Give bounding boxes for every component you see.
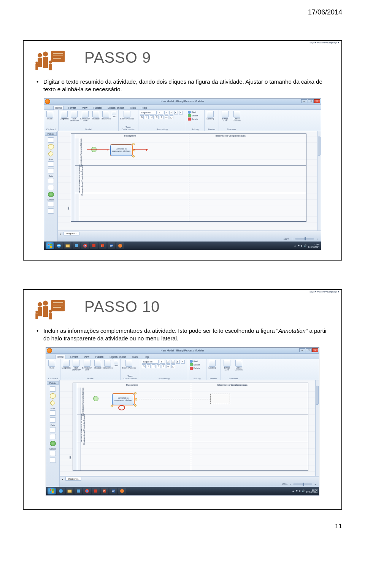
- palette-group-icon[interactable]: [50, 458, 56, 463]
- find-button[interactable]: Find: [190, 360, 205, 363]
- bold-button[interactable]: B: [142, 364, 146, 368]
- app-orb-icon[interactable]: [45, 99, 50, 104]
- palette-gateway-icon[interactable]: [50, 400, 56, 406]
- diagrams-button[interactable]: Diagrams: [62, 360, 70, 369]
- taskbar-acrobat-icon[interactable]: [92, 488, 100, 494]
- taskbar-acrobat-icon[interactable]: [90, 242, 98, 249]
- maximize-button[interactable]: □: [308, 99, 314, 103]
- taskbar-word-icon[interactable]: W: [108, 242, 115, 249]
- font-color-button[interactable]: A: [164, 111, 168, 114]
- simulation-button[interactable]: Simulation View: [80, 111, 90, 122]
- lane-3[interactable]: PRE: [77, 442, 308, 470]
- task-box[interactable]: Consultar as promotorias criminais: [110, 145, 132, 156]
- diagram-tab[interactable]: Diagram 1: [63, 232, 79, 235]
- font-size-select[interactable]: 8: [158, 111, 163, 114]
- font-grow-button[interactable]: Aˆ: [181, 360, 185, 364]
- border-button[interactable]: ▢: [171, 364, 175, 368]
- paste-button[interactable]: Paste: [46, 111, 54, 120]
- font-color2-button[interactable]: A: [169, 111, 173, 114]
- taskbar-app-icon[interactable]: [75, 488, 82, 494]
- taskbar-ie-icon[interactable]: [57, 488, 65, 494]
- lane-2[interactable]: Coordenação das Promotorias Criminais: [77, 415, 308, 442]
- delete-button[interactable]: Delete: [190, 367, 205, 370]
- lane-1[interactable]: Secretaria das Promotorias Criminais Con…: [75, 138, 306, 166]
- font-select[interactable]: Segoe UI: [142, 360, 159, 364]
- fill-button[interactable]: ▭: [165, 115, 168, 119]
- pool-title[interactable]: Pedido de Material de Expediente: [71, 134, 75, 221]
- halo-dot[interactable]: [134, 404, 136, 407]
- taskbar-chrome-icon[interactable]: [81, 242, 89, 249]
- palette-group-icon[interactable]: [48, 208, 54, 214]
- taskbar-word-icon[interactable]: W: [110, 488, 117, 494]
- tab-help[interactable]: Help: [140, 106, 148, 110]
- tab-tools[interactable]: Tools: [129, 106, 137, 110]
- run-workflow-button[interactable]: Run Workflow: [70, 111, 79, 122]
- palette-artifact-icon[interactable]: [50, 451, 56, 456]
- taskbar-explorer-icon[interactable]: [66, 488, 73, 494]
- palette-event-icon[interactable]: [48, 144, 54, 149]
- tray-up-icon[interactable]: ▲: [294, 245, 296, 247]
- halo-dot[interactable]: [135, 398, 137, 400]
- validate-button[interactable]: Validate: [94, 360, 102, 369]
- delete-button[interactable]: Delete: [188, 118, 203, 121]
- italic-button[interactable]: I: [147, 364, 151, 368]
- tab-tools[interactable]: Tools: [130, 355, 139, 359]
- start-button[interactable]: [48, 488, 56, 494]
- tab-export-import[interactable]: Export / Import: [106, 106, 125, 110]
- taskbar-powerpoint-icon[interactable]: P: [101, 488, 108, 494]
- share-process-button[interactable]: Share Process: [120, 111, 134, 120]
- online-courses-button[interactable]: Online Courses: [231, 111, 243, 122]
- halo-dot[interactable]: [132, 143, 135, 145]
- zoom-plus[interactable]: +: [314, 483, 316, 485]
- close-button[interactable]: ×: [312, 348, 318, 352]
- lane-3[interactable]: PRE: [75, 193, 306, 221]
- bpmn-pool[interactable]: Pedido de Material de Expediente Fluxogr…: [71, 133, 306, 222]
- zoom-minus[interactable]: −: [292, 238, 293, 240]
- run-workflow-button[interactable]: Run Workflow: [72, 360, 81, 371]
- palette-event-icon[interactable]: [50, 393, 56, 399]
- tab-view[interactable]: View: [83, 355, 91, 359]
- zoom-slider[interactable]: [293, 483, 312, 485]
- units-button[interactable]: Units: [113, 360, 119, 367]
- halo-dot[interactable]: [111, 405, 113, 407]
- palette-connector-icon[interactable]: [50, 417, 56, 423]
- italic-button[interactable]: I: [145, 115, 149, 119]
- taskbar-clock[interactable]: 10:42 17/06/2014: [306, 489, 317, 493]
- underline-button[interactable]: U: [150, 115, 154, 119]
- font-shrink-button[interactable]: A˅: [176, 360, 180, 364]
- style-selector[interactable]: Style ▾ Modern ▾ Language ▾: [309, 41, 339, 44]
- bpmn-pool[interactable]: Pedido de Material de Expediente Fluxogr…: [73, 383, 308, 471]
- diagram-canvas[interactable]: Pedido de Material de Expediente Fluxogr…: [58, 131, 321, 231]
- resources-button[interactable]: Resources: [103, 360, 112, 369]
- paste-button[interactable]: Paste: [48, 360, 56, 369]
- minimize-button[interactable]: –: [301, 99, 307, 103]
- start-event[interactable]: [93, 396, 98, 401]
- halo-dot[interactable]: [132, 155, 135, 157]
- tab-format[interactable]: Format: [68, 355, 79, 359]
- taskbar-powerpoint-icon[interactable]: P: [99, 242, 106, 249]
- palette-flow-icon[interactable]: [48, 161, 54, 167]
- tab-publish[interactable]: Publish: [92, 106, 103, 110]
- align-button[interactable]: ≡: [162, 364, 165, 368]
- tab-export-import[interactable]: Export / Import: [108, 355, 127, 359]
- minimize-button[interactable]: –: [299, 348, 305, 352]
- taskbar-explorer-icon[interactable]: [64, 242, 71, 249]
- border-button[interactable]: ▢: [170, 115, 173, 119]
- palette-data-icon[interactable]: [48, 178, 54, 183]
- pool-title[interactable]: Pedido de Material de Expediente: [73, 383, 77, 470]
- resources-button[interactable]: Resources: [102, 111, 110, 120]
- style-selector[interactable]: Style ▾ Modern ▾ Language ▾: [309, 290, 339, 293]
- start-button[interactable]: [46, 242, 54, 249]
- strike-button[interactable]: S: [157, 364, 160, 368]
- font-color2-button[interactable]: A: [171, 360, 175, 364]
- lane-1[interactable]: Secretaria das Promotorias Criminais Con…: [77, 388, 308, 415]
- tray-net-icon[interactable]: ▮: [299, 489, 300, 492]
- palette-header[interactable]: Palette: [47, 381, 59, 385]
- app-orb-icon[interactable]: [47, 348, 52, 353]
- palette-task-icon[interactable]: [50, 386, 56, 392]
- tab-home[interactable]: Home: [53, 106, 63, 110]
- diagram-tab-expand[interactable]: ▸: [62, 478, 63, 480]
- underline-button[interactable]: U: [152, 364, 156, 368]
- palette-artifact-icon[interactable]: [48, 202, 54, 207]
- palette-data2-icon[interactable]: [50, 434, 56, 439]
